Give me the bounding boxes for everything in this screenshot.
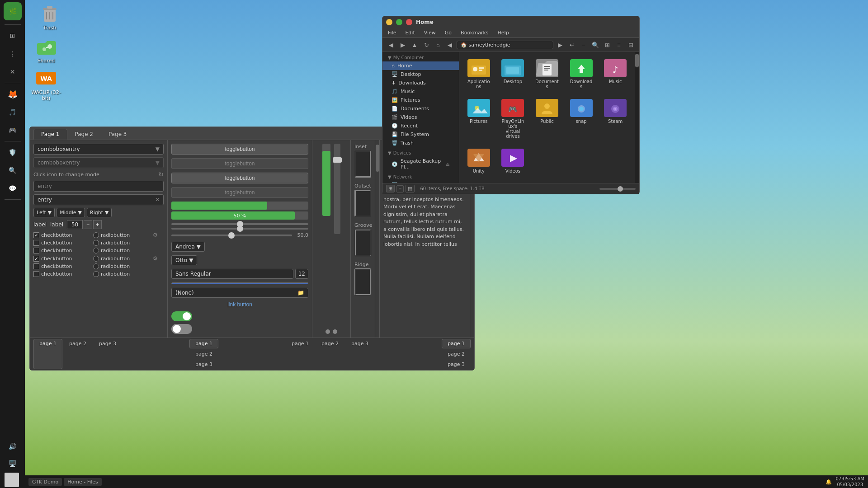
radiobutton-1[interactable]: radiobutton	[93, 232, 151, 238]
fm-grid-view-btn[interactable]: ⊞	[602, 40, 612, 50]
fm-scrollbar[interactable]	[635, 52, 639, 183]
fm-back-history[interactable]: ↩	[567, 40, 577, 50]
folder-desktop[interactable]: Desktop	[498, 56, 528, 92]
fm-list-btn[interactable]: ≡	[396, 185, 404, 192]
fm-icon-view-btn[interactable]: ⊞	[386, 185, 395, 192]
taskbar-app-gtk[interactable]: GTK Demo	[28, 478, 62, 486]
sidebar-item-videos[interactable]: 🎬 Videos	[382, 113, 459, 122]
radiobutton-2[interactable]: radiobutton	[93, 240, 151, 246]
folder-documents[interactable]: Documents	[532, 56, 562, 92]
bottom-tab-row2-1[interactable]: page 1	[286, 339, 315, 348]
checkbox-4[interactable]	[33, 256, 39, 262]
sidebar-item-home[interactable]: ⌂ Home	[382, 61, 459, 70]
gtk-tab-page3[interactable]: Page 3	[101, 129, 135, 140]
checkbox-5[interactable]	[33, 263, 39, 269]
fm-panel-btn[interactable]: ⊟	[626, 40, 636, 50]
h-slider-thumb-2[interactable]	[333, 329, 337, 334]
fm-forward-btn[interactable]: ▶	[398, 40, 408, 50]
checkbutton-6[interactable]: checkbutton	[33, 271, 91, 277]
fm-menu-bookmarks[interactable]: Bookmarks	[459, 29, 490, 37]
fm-zoom-out[interactable]: −	[579, 40, 589, 50]
fm-home-btn[interactable]: ⌂	[433, 40, 443, 50]
bottom-tab-mid-1[interactable]: page 1	[189, 339, 218, 348]
fm-path-bar[interactable]: 🏠 sameythehedgie	[457, 41, 553, 49]
taskbar-icon-close[interactable]: ✕	[5, 64, 21, 80]
fm-search-btn[interactable]: 🔍	[590, 40, 600, 50]
window-minimize-btn[interactable]: −	[386, 19, 392, 25]
none-combo[interactable]: (None) 📁	[171, 288, 308, 298]
fm-zoom-slider[interactable]	[599, 188, 636, 190]
fm-scrollbar-thumb[interactable]	[635, 54, 639, 67]
fm-menu-help[interactable]: Help	[496, 29, 511, 37]
folder-steam[interactable]: Steam	[600, 96, 630, 141]
spin-plus[interactable]: +	[93, 220, 102, 229]
fm-menu-go[interactable]: Go	[443, 29, 453, 37]
fm-zoom-thumb[interactable]	[618, 186, 623, 192]
toggle-button-1[interactable]: togglebutton	[171, 144, 308, 155]
eject-icon[interactable]: ⏏	[446, 162, 450, 167]
entry-clear-icon[interactable]: ✕	[155, 197, 160, 203]
bottom-tab-right-3[interactable]: page 3	[442, 360, 471, 369]
vertical-slider-thumb[interactable]	[333, 157, 342, 163]
main-scrollbar[interactable]	[375, 140, 379, 338]
h-slider-thumb-1[interactable]	[326, 329, 330, 334]
checkbox-6[interactable]	[33, 271, 39, 277]
vertical-slider[interactable]	[334, 144, 340, 234]
sidebar-item-documents[interactable]: 📄 Documents	[382, 104, 459, 113]
checkbutton-5[interactable]: checkbutton	[33, 263, 91, 269]
mint-logo[interactable]: 🌿	[4, 2, 22, 20]
slider-track-2[interactable]	[171, 228, 308, 230]
fm-back-btn[interactable]: ◀	[386, 40, 396, 50]
desktop-icon-trash[interactable]: Trash	[32, 2, 68, 31]
bottom-tab-mid-3[interactable]: page 3	[189, 360, 218, 369]
folder-pictures[interactable]: Pictures	[464, 96, 494, 141]
folder-music[interactable]: ♪ Music	[600, 56, 630, 92]
radio-5[interactable]	[93, 263, 99, 269]
fm-path-expand[interactable]: ▶	[555, 40, 565, 50]
sidebar-item-trash[interactable]: 🗑️ Trash	[382, 139, 459, 147]
checkbutton-3[interactable]: checkbutton	[33, 248, 91, 253]
taskbar-icon-steam[interactable]: 🎮	[5, 122, 21, 138]
color-chooser[interactable]	[171, 282, 308, 284]
taskbar-icon-chat[interactable]: 💬	[5, 180, 21, 197]
window-close-btn[interactable]: ✕	[406, 19, 412, 25]
radiobutton-5[interactable]: radiobutton	[93, 263, 151, 269]
taskbar-icon-white-square[interactable]	[5, 473, 19, 487]
sidebar-computer-header[interactable]: ▼ My Computer	[382, 54, 459, 61]
desktop-icon-shared[interactable]: Shared	[28, 35, 64, 64]
bottom-tab-left-2[interactable]: page 2	[63, 339, 92, 369]
align-right-combo[interactable]: Right ▼	[87, 208, 112, 217]
bottom-tab-right-2[interactable]: page 2	[442, 349, 471, 359]
folder-playonlinux[interactable]: 🎮 PlayOnLinux'svirtual drives	[498, 96, 528, 141]
toggle-switch-2[interactable]	[171, 324, 192, 334]
taskbar-icon-menu[interactable]: ⋮	[5, 46, 21, 62]
mode-refresh-icon[interactable]: ↻	[158, 171, 164, 178]
font-combo-andrea[interactable]: Andrea ▼	[171, 242, 205, 252]
radio-2[interactable]	[93, 240, 99, 246]
checkbutton-1[interactable]: checkbutton	[33, 232, 91, 238]
sidebar-item-downloads[interactable]: ⬇️ Downloads	[382, 79, 459, 87]
bottom-tab-mid-2[interactable]: page 2	[189, 349, 218, 359]
radio-3[interactable]	[93, 248, 99, 253]
slider-track-3[interactable]	[171, 235, 292, 236]
fm-up-btn[interactable]: ▲	[410, 40, 420, 50]
taskbar-icon-firefox[interactable]: 🦊	[5, 86, 21, 102]
folder-snap[interactable]: snap	[566, 96, 596, 141]
toggle-switch-1[interactable]	[171, 311, 192, 321]
slider-track-1[interactable]	[171, 223, 308, 225]
folder-videos[interactable]: Videos	[498, 146, 528, 176]
taskbar-icon-grid[interactable]: ⊞	[5, 28, 21, 44]
radiobutton-4[interactable]: radiobutton	[93, 256, 151, 262]
window-maximize-btn[interactable]: □	[396, 19, 402, 25]
radio-6[interactable]	[93, 271, 99, 277]
entry-field-2[interactable]: entry ✕	[33, 194, 164, 205]
combobox-entry-1[interactable]: comboboxentry ▼	[33, 144, 164, 155]
entry-field-1[interactable]: entry	[33, 181, 164, 192]
radio-1[interactable]	[93, 232, 99, 238]
gtk-tab-page2[interactable]: Page 2	[67, 129, 101, 140]
checkbox-1[interactable]	[33, 232, 39, 238]
sidebar-item-seagate[interactable]: 💿 Seagate Backup Pl... ⏏	[382, 157, 459, 171]
spin-minus[interactable]: −	[84, 220, 92, 229]
taskbar-icon-music[interactable]: 🎵	[5, 104, 21, 120]
checkbutton-4[interactable]: checkbutton	[33, 256, 91, 262]
